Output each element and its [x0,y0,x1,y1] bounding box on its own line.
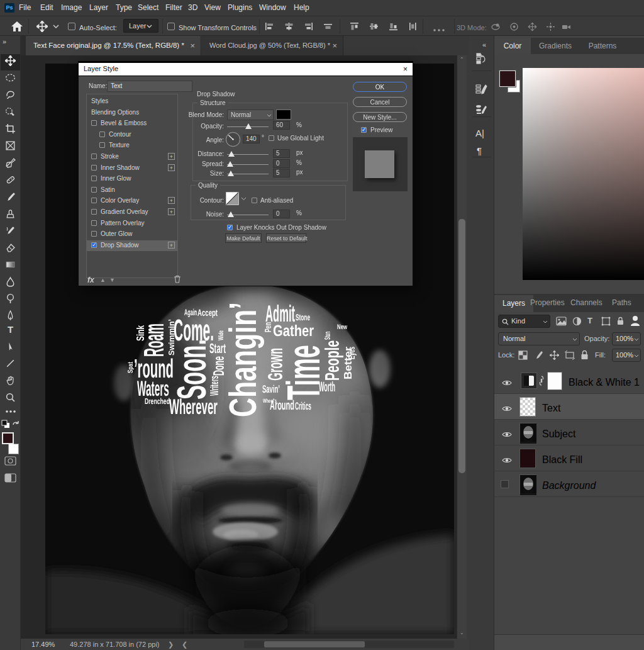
svg-text:Eyes: Eyes [347,347,357,359]
svg-text:People: People [321,340,343,381]
svg-text:Done: Done [210,356,227,376]
svg-text:Critics: Critics [295,400,311,412]
svg-text:Drenched: Drenched [145,396,170,406]
svg-text:Worth: Worth [319,379,335,395]
svg-text:Wherever: Wherever [169,395,218,418]
svg-text:Come.: Come. [174,313,214,347]
svg-text:Stun: Stun [323,332,332,340]
svg-text:Accept: Accept [197,307,218,318]
svg-text:Wide: Wide [217,330,225,340]
svg-text:Changin’: Changin’ [221,302,264,417]
svg-text:Again: Again [184,307,197,317]
svg-text:Grown: Grown [263,348,287,381]
svg-text:Start: Start [209,340,226,356]
svg-text:New: New [337,323,347,330]
svg-text:Stone: Stone [296,312,310,322]
svg-text:Gather: Gather [273,322,314,339]
svg-text:Wheel's: Wheel's [263,398,277,404]
svg-text:T: T [8,325,13,335]
svg-text:Writers: Writers [208,376,221,396]
svg-text:Sink: Sink [135,325,147,341]
svg-text:Savin’: Savin’ [262,383,280,395]
svg-text:Spat: Spat [126,362,134,373]
